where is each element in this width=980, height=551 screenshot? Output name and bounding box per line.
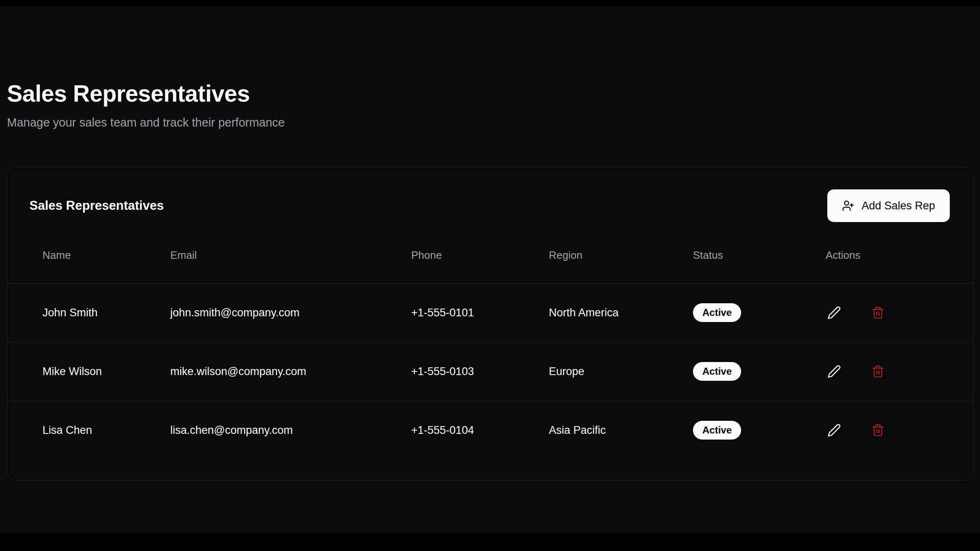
column-header-status: Status: [693, 228, 826, 283]
cell-status: Active: [693, 401, 826, 460]
table-header-row: Name Email Phone Region Status Actions: [7, 228, 973, 283]
cell-phone: +1-555-0103: [411, 342, 549, 401]
delete-button[interactable]: [870, 363, 886, 380]
cell-email: mike.wilson@company.com: [170, 342, 411, 401]
edit-button[interactable]: [826, 304, 843, 321]
sales-reps-table: Name Email Phone Region Status Actions J…: [7, 228, 973, 460]
cell-actions: [826, 283, 973, 342]
trash-icon: [871, 365, 884, 378]
status-badge: Active: [693, 421, 741, 440]
table-row: Lisa Chen lisa.chen@company.com +1-555-0…: [7, 401, 973, 460]
cell-phone: +1-555-0101: [411, 283, 549, 342]
column-header-name: Name: [7, 228, 170, 283]
edit-button[interactable]: [826, 363, 843, 380]
cell-region: Europe: [549, 342, 693, 401]
status-badge: Active: [693, 362, 741, 381]
add-sales-rep-button[interactable]: Add Sales Rep: [827, 189, 950, 222]
row-actions: [826, 304, 973, 321]
delete-button[interactable]: [870, 304, 886, 321]
column-header-region: Region: [549, 228, 693, 283]
cell-phone: +1-555-0104: [411, 401, 549, 460]
cell-status: Active: [693, 342, 826, 401]
card-header: Sales Representatives Add Sales Rep: [7, 167, 973, 222]
row-actions: [826, 422, 973, 439]
cell-actions: [826, 401, 973, 460]
pencil-icon: [827, 306, 841, 320]
pencil-icon: [827, 364, 841, 378]
cell-email: lisa.chen@company.com: [170, 401, 411, 460]
pencil-icon: [827, 423, 841, 437]
add-sales-rep-button-label: Add Sales Rep: [862, 200, 935, 212]
row-actions: [826, 363, 973, 380]
cell-actions: [826, 342, 973, 401]
trash-icon: [871, 424, 884, 437]
cell-email: john.smith@company.com: [170, 283, 411, 342]
cell-status: Active: [693, 283, 826, 342]
column-header-email: Email: [170, 228, 411, 283]
table-body: John Smith john.smith@company.com +1-555…: [7, 283, 973, 460]
column-header-phone: Phone: [411, 228, 549, 283]
card-title: Sales Representatives: [29, 198, 164, 213]
cell-name: John Smith: [7, 283, 170, 342]
user-plus-icon: [842, 200, 854, 212]
page: Sales Representatives Manage your sales …: [0, 0, 980, 480]
cell-name: Lisa Chen: [7, 401, 170, 460]
table-row: Mike Wilson mike.wilson@company.com +1-5…: [7, 342, 973, 401]
page-title: Sales Representatives: [7, 80, 973, 107]
delete-button[interactable]: [870, 422, 886, 438]
cell-region: Asia Pacific: [549, 401, 693, 460]
table-row: John Smith john.smith@company.com +1-555…: [7, 283, 973, 342]
sales-reps-card: Sales Representatives Add Sales Rep: [7, 167, 973, 480]
trash-icon: [871, 306, 884, 319]
status-badge: Active: [693, 303, 741, 322]
page-subtitle: Manage your sales team and track their p…: [7, 116, 973, 129]
column-header-actions: Actions: [826, 228, 973, 283]
cell-name: Mike Wilson: [7, 342, 170, 401]
cell-region: North America: [549, 283, 693, 342]
edit-button[interactable]: [826, 422, 843, 439]
